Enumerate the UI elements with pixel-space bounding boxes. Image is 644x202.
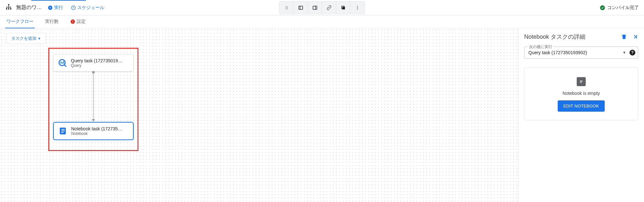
svg-rect-16 (342, 7, 345, 9)
svg-rect-24 (72, 22, 73, 23)
panel-title: Notebook タスクの詳細 (524, 33, 585, 41)
more-icon[interactable] (350, 2, 365, 14)
panel-header: Notebook タスクの詳細 (524, 33, 638, 41)
header-bar: 無題のワ… 実行 スケジュール コンパイル完了 (0, 0, 644, 15)
svg-rect-23 (72, 20, 73, 22)
header-right: コンパイル完了 (600, 5, 639, 11)
svg-point-9 (287, 7, 288, 8)
notebook-icon (58, 126, 68, 136)
svg-rect-31 (61, 129, 65, 130)
delete-button[interactable] (621, 34, 627, 40)
node-query-task[interactable]: Query task (172735019… Query (53, 54, 134, 72)
svg-point-19 (357, 7, 358, 8)
field-label: 次の後に実行 (528, 44, 554, 50)
compile-status-text: コンパイル完了 (607, 5, 639, 11)
clock-icon (71, 5, 76, 10)
tab-workflow[interactable]: ワークフロー (5, 15, 35, 28)
tab-label: ワークフロー (6, 19, 33, 25)
svg-rect-32 (61, 131, 65, 131)
tab-label: 実行数 (45, 19, 59, 25)
svg-rect-34 (622, 35, 626, 35)
empty-state-text: Notebook is empty (563, 91, 600, 96)
node-notebook-task[interactable]: Notebook task (172735… Notebook (53, 122, 134, 140)
add-task-button[interactable]: タスクを追加 ▼ (6, 33, 46, 44)
header-accent-strip (31, 0, 86, 1)
caret-down-icon: ▼ (38, 37, 41, 40)
panel-right-icon[interactable] (308, 2, 322, 14)
run-after-select[interactable]: 次の後に実行 Query task (1727350193902) ▼ ? (524, 46, 638, 59)
svg-point-20 (357, 9, 358, 10)
tabs-row: ワークフロー 実行数 設定 (0, 15, 644, 28)
svg-point-7 (287, 6, 288, 7)
svg-rect-33 (61, 132, 63, 133)
schedule-button[interactable]: スケジュール (69, 4, 106, 12)
svg-rect-0 (8, 4, 9, 5)
check-circle-icon (600, 5, 605, 11)
svg-rect-36 (580, 81, 582, 81)
svg-rect-38 (580, 82, 582, 83)
svg-rect-1 (6, 8, 7, 10)
svg-rect-27 (61, 61, 61, 64)
tab-settings[interactable]: 設定 (69, 15, 87, 28)
edit-notebook-button[interactable]: EDIT NOTEBOOK (558, 100, 605, 112)
node-title: Query task (172735019… (71, 58, 122, 63)
field-value: Query task (1727350193902) (528, 50, 626, 55)
link-icon[interactable] (322, 2, 336, 14)
chevron-down-icon: ▼ (622, 50, 626, 55)
svg-rect-28 (62, 62, 62, 64)
schedule-label: スケジュール (77, 5, 104, 11)
workflow-canvas[interactable]: タスクを追加 ▼ Query task (172735019… Query (0, 28, 518, 202)
collapse-right-icon (632, 34, 638, 40)
run-label: 実行 (54, 5, 63, 11)
notebook-empty-card: Notebook is empty EDIT NOTEBOOK (524, 67, 638, 120)
tab-label: 設定 (77, 19, 86, 25)
trash-icon (621, 34, 627, 40)
add-task-label: タスクを追加 (11, 35, 36, 41)
play-icon (48, 5, 53, 10)
node-title: Notebook task (172735… (71, 126, 122, 131)
help-icon[interactable]: ? (630, 50, 635, 56)
details-panel: Notebook タスクの詳細 次の後に実行 Query task (17273… (518, 28, 644, 202)
copy-icon[interactable] (336, 2, 350, 14)
svg-point-18 (357, 6, 358, 7)
collapse-panel-button[interactable] (632, 34, 638, 40)
panel-left-icon[interactable] (294, 2, 308, 14)
svg-rect-2 (8, 8, 9, 10)
error-icon (70, 19, 75, 24)
edge-source-dot (92, 71, 95, 74)
query-icon (57, 58, 68, 68)
edge (93, 72, 94, 121)
svg-rect-29 (63, 61, 64, 64)
document-icon (577, 77, 586, 86)
header-center-toolbar (279, 1, 365, 14)
node-subtitle: Notebook (71, 131, 122, 136)
svg-rect-14 (313, 6, 317, 9)
run-button[interactable]: 実行 (46, 4, 65, 12)
node-text: Query task (172735019… Query (71, 58, 122, 68)
svg-rect-12 (299, 6, 303, 9)
main-area: タスクを追加 ▼ Query task (172735019… Query (0, 28, 644, 202)
tab-runs[interactable]: 実行数 (44, 15, 60, 28)
drag-handle-icon[interactable] (279, 2, 294, 14)
svg-point-21 (600, 5, 605, 10)
svg-point-6 (285, 6, 286, 7)
svg-point-10 (285, 8, 286, 9)
edge-arrow-icon (92, 119, 95, 122)
header-left: 無題のワ… 実行 スケジュール (5, 4, 106, 12)
svg-point-11 (287, 8, 288, 9)
workflow-icon (5, 4, 12, 12)
node-subtitle: Query (71, 63, 122, 68)
node-text: Notebook task (172735… Notebook (71, 126, 122, 136)
svg-rect-3 (10, 8, 12, 10)
svg-point-8 (285, 7, 286, 8)
page-title: 無題のワ… (16, 4, 42, 11)
panel-actions (621, 34, 638, 40)
svg-rect-37 (580, 81, 582, 82)
svg-line-26 (64, 65, 66, 67)
